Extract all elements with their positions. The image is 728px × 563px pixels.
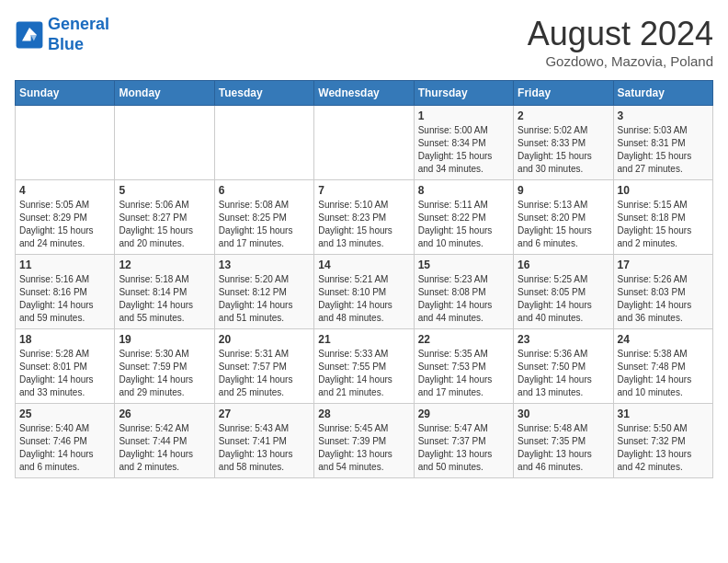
calendar-week-row: 1Sunrise: 5:00 AMSunset: 8:34 PMDaylight… — [16, 106, 713, 180]
day-info: Sunrise: 5:31 AMSunset: 7:57 PMDaylight:… — [219, 348, 310, 399]
calendar-cell: 20Sunrise: 5:31 AMSunset: 7:57 PMDayligh… — [214, 329, 313, 404]
calendar-cell: 17Sunrise: 5:26 AMSunset: 8:03 PMDayligh… — [613, 255, 712, 329]
day-number: 7 — [318, 184, 409, 197]
calendar-cell: 6Sunrise: 5:08 AMSunset: 8:25 PMDaylight… — [214, 180, 313, 255]
calendar-week-row: 18Sunrise: 5:28 AMSunset: 8:01 PMDayligh… — [16, 329, 713, 404]
calendar-cell: 18Sunrise: 5:28 AMSunset: 8:01 PMDayligh… — [16, 329, 115, 404]
day-info: Sunrise: 5:15 AMSunset: 8:18 PMDaylight:… — [618, 199, 709, 250]
day-info: Sunrise: 5:42 AMSunset: 7:44 PMDaylight:… — [119, 422, 210, 474]
day-number: 24 — [618, 333, 709, 346]
calendar-cell: 26Sunrise: 5:42 AMSunset: 7:44 PMDayligh… — [115, 404, 214, 478]
day-number: 5 — [119, 184, 210, 197]
day-info: Sunrise: 5:33 AMSunset: 7:55 PMDaylight:… — [318, 348, 409, 399]
page-header: General Blue August 2024 Gozdowo, Mazovi… — [15, 15, 713, 69]
logo-text: General Blue — [48, 15, 109, 54]
calendar-cell: 22Sunrise: 5:35 AMSunset: 7:53 PMDayligh… — [414, 329, 513, 404]
day-number: 12 — [119, 259, 210, 271]
calendar-cell — [115, 106, 214, 180]
logo-icon — [15, 20, 44, 50]
calendar-week-row: 25Sunrise: 5:40 AMSunset: 7:46 PMDayligh… — [16, 404, 713, 478]
weekday-header: Saturday — [613, 81, 712, 106]
calendar-cell: 21Sunrise: 5:33 AMSunset: 7:55 PMDayligh… — [314, 329, 414, 404]
day-info: Sunrise: 5:02 AMSunset: 8:33 PMDaylight:… — [518, 124, 609, 176]
day-number: 17 — [618, 259, 709, 271]
day-info: Sunrise: 5:03 AMSunset: 8:31 PMDaylight:… — [618, 124, 709, 176]
day-info: Sunrise: 5:40 AMSunset: 7:46 PMDaylight:… — [19, 422, 110, 474]
calendar-cell: 16Sunrise: 5:25 AMSunset: 8:05 PMDayligh… — [514, 255, 613, 329]
day-info: Sunrise: 5:25 AMSunset: 8:05 PMDaylight:… — [518, 273, 609, 325]
calendar-cell: 19Sunrise: 5:30 AMSunset: 7:59 PMDayligh… — [115, 329, 214, 404]
day-number: 28 — [318, 408, 409, 420]
day-number: 27 — [219, 408, 310, 420]
calendar-cell: 28Sunrise: 5:45 AMSunset: 7:39 PMDayligh… — [314, 404, 414, 478]
day-info: Sunrise: 5:43 AMSunset: 7:41 PMDaylight:… — [219, 422, 310, 474]
day-number: 29 — [418, 408, 509, 420]
day-number: 22 — [418, 333, 509, 346]
day-number: 30 — [518, 408, 609, 420]
day-number: 14 — [318, 259, 409, 271]
day-info: Sunrise: 5:36 AMSunset: 7:50 PMDaylight:… — [518, 348, 609, 399]
day-number: 25 — [19, 408, 110, 420]
day-info: Sunrise: 5:47 AMSunset: 7:37 PMDaylight:… — [418, 422, 509, 474]
calendar-table: SundayMondayTuesdayWednesdayThursdayFrid… — [15, 80, 713, 478]
calendar-week-row: 4Sunrise: 5:05 AMSunset: 8:29 PMDaylight… — [16, 180, 713, 255]
day-number: 9 — [518, 184, 609, 197]
day-info: Sunrise: 5:48 AMSunset: 7:35 PMDaylight:… — [518, 422, 609, 474]
weekday-header: Friday — [514, 81, 613, 106]
day-info: Sunrise: 5:28 AMSunset: 8:01 PMDaylight:… — [19, 348, 110, 399]
day-number: 19 — [119, 333, 210, 346]
calendar-cell — [314, 106, 414, 180]
day-info: Sunrise: 5:20 AMSunset: 8:12 PMDaylight:… — [219, 273, 310, 325]
day-info: Sunrise: 5:18 AMSunset: 8:14 PMDaylight:… — [119, 273, 210, 325]
day-number: 23 — [518, 333, 609, 346]
calendar-cell: 7Sunrise: 5:10 AMSunset: 8:23 PMDaylight… — [314, 180, 414, 255]
calendar-cell: 30Sunrise: 5:48 AMSunset: 7:35 PMDayligh… — [514, 404, 613, 478]
calendar-cell — [16, 106, 115, 180]
calendar-cell: 15Sunrise: 5:23 AMSunset: 8:08 PMDayligh… — [414, 255, 513, 329]
day-info: Sunrise: 5:08 AMSunset: 8:25 PMDaylight:… — [219, 199, 310, 250]
day-info: Sunrise: 5:23 AMSunset: 8:08 PMDaylight:… — [418, 273, 509, 325]
calendar-cell: 3Sunrise: 5:03 AMSunset: 8:31 PMDaylight… — [613, 106, 712, 180]
day-info: Sunrise: 5:00 AMSunset: 8:34 PMDaylight:… — [418, 124, 509, 176]
day-info: Sunrise: 5:16 AMSunset: 8:16 PMDaylight:… — [19, 273, 110, 325]
calendar-cell: 23Sunrise: 5:36 AMSunset: 7:50 PMDayligh… — [514, 329, 613, 404]
calendar-cell: 24Sunrise: 5:38 AMSunset: 7:48 PMDayligh… — [613, 329, 712, 404]
day-number: 10 — [618, 184, 709, 197]
calendar-cell: 13Sunrise: 5:20 AMSunset: 8:12 PMDayligh… — [214, 255, 313, 329]
day-number: 11 — [19, 259, 110, 271]
day-info: Sunrise: 5:45 AMSunset: 7:39 PMDaylight:… — [318, 422, 409, 474]
day-info: Sunrise: 5:10 AMSunset: 8:23 PMDaylight:… — [318, 199, 409, 250]
title-area: August 2024 Gozdowo, Mazovia, Poland — [528, 15, 713, 69]
day-number: 8 — [418, 184, 509, 197]
day-info: Sunrise: 5:35 AMSunset: 7:53 PMDaylight:… — [418, 348, 509, 399]
day-number: 21 — [318, 333, 409, 346]
day-info: Sunrise: 5:30 AMSunset: 7:59 PMDaylight:… — [119, 348, 210, 399]
weekday-header: Tuesday — [214, 81, 313, 106]
day-number: 2 — [518, 109, 609, 122]
day-info: Sunrise: 5:05 AMSunset: 8:29 PMDaylight:… — [19, 199, 110, 250]
day-info: Sunrise: 5:21 AMSunset: 8:10 PMDaylight:… — [318, 273, 409, 325]
day-number: 15 — [418, 259, 509, 271]
calendar-week-row: 11Sunrise: 5:16 AMSunset: 8:16 PMDayligh… — [16, 255, 713, 329]
calendar-cell: 4Sunrise: 5:05 AMSunset: 8:29 PMDaylight… — [16, 180, 115, 255]
weekday-header: Wednesday — [314, 81, 414, 106]
day-info: Sunrise: 5:11 AMSunset: 8:22 PMDaylight:… — [418, 199, 509, 250]
day-number: 6 — [219, 184, 310, 197]
location: Gozdowo, Mazovia, Poland — [528, 53, 713, 69]
day-info: Sunrise: 5:50 AMSunset: 7:32 PMDaylight:… — [618, 422, 709, 474]
day-info: Sunrise: 5:38 AMSunset: 7:48 PMDaylight:… — [618, 348, 709, 399]
day-number: 13 — [219, 259, 310, 271]
day-info: Sunrise: 5:26 AMSunset: 8:03 PMDaylight:… — [618, 273, 709, 325]
calendar-cell: 10Sunrise: 5:15 AMSunset: 8:18 PMDayligh… — [613, 180, 712, 255]
day-number: 3 — [618, 109, 709, 122]
calendar-cell: 11Sunrise: 5:16 AMSunset: 8:16 PMDayligh… — [16, 255, 115, 329]
day-number: 4 — [19, 184, 110, 197]
calendar-cell: 8Sunrise: 5:11 AMSunset: 8:22 PMDaylight… — [414, 180, 513, 255]
calendar-cell: 31Sunrise: 5:50 AMSunset: 7:32 PMDayligh… — [613, 404, 712, 478]
calendar-cell: 25Sunrise: 5:40 AMSunset: 7:46 PMDayligh… — [16, 404, 115, 478]
day-number: 20 — [219, 333, 310, 346]
day-info: Sunrise: 5:13 AMSunset: 8:20 PMDaylight:… — [518, 199, 609, 250]
day-number: 31 — [618, 408, 709, 420]
weekday-header: Monday — [115, 81, 214, 106]
weekday-header: Thursday — [414, 81, 513, 106]
